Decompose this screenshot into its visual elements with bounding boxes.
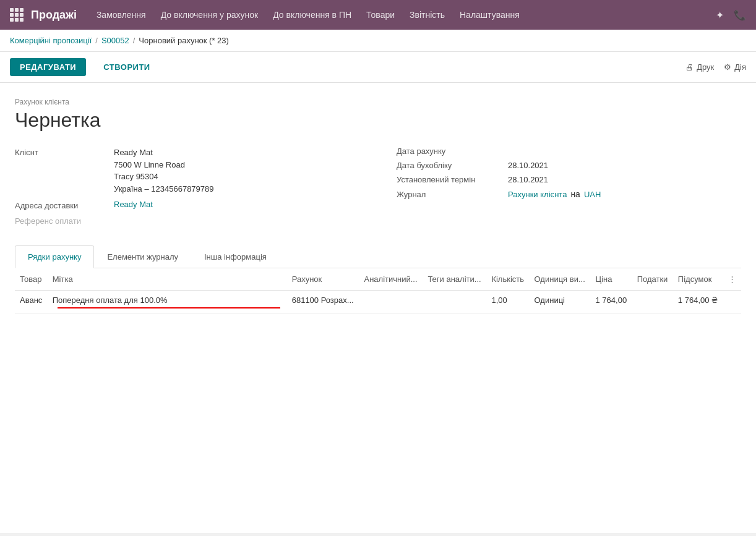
col-taxes: Податки xyxy=(632,268,673,291)
nav-item-orders[interactable]: Замовлення xyxy=(97,7,146,22)
client-address2: Tracy 95304 xyxy=(114,171,214,183)
col-unit: Одиниця ви... xyxy=(530,268,591,291)
fields-left: Клієнт Ready Mat 7500 W Linne Road Tracy… xyxy=(15,147,359,231)
action-bar: РЕДАГУВАТИ СТВОРИТИ 🖨 Друк ⚙ Дія xyxy=(0,52,756,83)
cell-quantity: 1,00 xyxy=(486,291,529,314)
delivery-field: Адреса доставки Ready Mat xyxy=(15,200,359,210)
invoice-table: Товар Мітка Рахунок Аналітичний... Теги … xyxy=(15,268,741,314)
tab-journal[interactable]: Елементи журналу xyxy=(94,245,191,268)
main-content: Рахунок клієнта Чернетка Клієнт Ready Ma… xyxy=(0,83,756,534)
fields-right: Дата рахунку Дата бухобліку 28.10.2021 У… xyxy=(397,147,741,231)
client-field: Клієнт Ready Mat 7500 W Linne Road Tracy… xyxy=(15,147,359,195)
nav-menu: Замовлення До включення у рахунок До вкл… xyxy=(97,7,716,22)
record-label: Рахунок клієнта xyxy=(15,98,741,106)
spacer xyxy=(15,314,741,364)
breadcrumb-sep2: / xyxy=(133,36,135,45)
cell-settings xyxy=(723,291,741,314)
app-title: Продажі xyxy=(31,9,77,22)
due-date-value: 28.10.2021 xyxy=(508,175,548,184)
nav-right-icons: ✦ 📞 xyxy=(716,9,746,21)
cell-total: 1 764,00 ₴ xyxy=(673,291,723,314)
create-button[interactable]: СТВОРИТИ xyxy=(93,58,160,76)
cell-unit: Одиниці xyxy=(530,291,591,314)
cell-account: 681100 Розрах... xyxy=(287,291,359,314)
table-container: Товар Мітка Рахунок Аналітичний... Теги … xyxy=(15,268,741,314)
cell-analytic xyxy=(359,291,423,314)
col-account: Рахунок xyxy=(287,268,359,291)
journal-field: Журнал Рахунки клієнта на UAH xyxy=(397,189,741,199)
due-date-field: Установлений термін 28.10.2021 xyxy=(397,175,741,184)
action-bar-right: 🖨 Друк ⚙ Дія xyxy=(685,62,746,72)
nav-item-products[interactable]: Товари xyxy=(366,7,395,22)
tabs-container: Рядки рахунку Елементи журналу Інша інфо… xyxy=(15,245,741,268)
nav-item-invoice-include[interactable]: До включення у рахунок xyxy=(161,7,259,22)
top-navigation: Продажі Замовлення До включення у рахуно… xyxy=(0,0,756,30)
fields-section: Клієнт Ready Mat 7500 W Linne Road Tracy… xyxy=(15,147,741,231)
action-label: Дія xyxy=(734,62,746,72)
accounting-date-value: 28.10.2021 xyxy=(508,161,548,170)
cell-label: Попередня оплата для 100.0% xyxy=(48,291,287,314)
nav-item-tax-include[interactable]: До включення в ПН xyxy=(273,7,351,22)
activity-icon[interactable]: ✦ xyxy=(716,9,724,21)
col-label: Мітка xyxy=(48,268,287,291)
col-analytic: Аналітичний... xyxy=(359,268,423,291)
red-underline xyxy=(58,307,280,308)
cell-product: Аванс xyxy=(15,291,48,314)
due-date-label: Установлений термін xyxy=(397,175,508,184)
horizontal-scrollbar[interactable]: ◀ ▶ xyxy=(0,534,756,536)
cell-price: 1 764,00 xyxy=(591,291,632,314)
journal-label: Журнал xyxy=(397,190,508,199)
cell-tags xyxy=(423,291,486,314)
tab-other[interactable]: Інша інформація xyxy=(191,245,280,268)
nav-item-reports[interactable]: Звітність xyxy=(410,7,445,22)
tabs: Рядки рахунку Елементи журналу Інша інфо… xyxy=(15,245,741,268)
client-link[interactable]: Ready Mat xyxy=(114,147,214,159)
payment-ref-field: Референс оплати xyxy=(15,215,359,226)
delivery-link[interactable]: Ready Mat xyxy=(114,200,153,209)
journal-currency[interactable]: UAH xyxy=(584,190,601,199)
col-total: Підсумок xyxy=(673,268,723,291)
col-product: Товар xyxy=(15,268,48,291)
gear-icon: ⚙ xyxy=(724,62,731,72)
breadcrumb-current: Чорновий рахунок (* 23) xyxy=(139,36,229,45)
journal-link[interactable]: Рахунки клієнта xyxy=(508,190,567,199)
edit-button[interactable]: РЕДАГУВАТИ xyxy=(10,58,86,76)
client-address3: Україна – 12345667879789 xyxy=(114,183,214,195)
invoice-date-label: Дата рахунку xyxy=(397,147,508,156)
accounting-date-label: Дата бухобліку xyxy=(397,161,508,170)
col-quantity: Кількість xyxy=(486,268,529,291)
delivery-label: Адреса доставки xyxy=(15,200,114,210)
phone-icon[interactable]: 📞 xyxy=(734,9,746,21)
journal-value: Рахунки клієнта на UAH xyxy=(508,189,601,199)
breadcrumb: Комерційні пропозиції / S00052 / Чорнови… xyxy=(0,30,756,52)
print-label: Друк xyxy=(697,62,714,72)
table-row: Аванс Попередня оплата для 100.0% 681100… xyxy=(15,291,741,314)
print-button[interactable]: 🖨 Друк xyxy=(685,62,714,72)
cell-taxes xyxy=(632,291,673,314)
breadcrumb-sep1: / xyxy=(95,36,98,45)
col-settings-icon[interactable]: ⋮ xyxy=(723,268,741,291)
app-menu-icon[interactable] xyxy=(10,8,24,22)
journal-on: на xyxy=(570,189,580,199)
client-address1: 7500 W Linne Road xyxy=(114,159,214,171)
breadcrumb-s00052[interactable]: S00052 xyxy=(101,36,129,45)
invoice-date-field: Дата рахунку xyxy=(397,147,741,156)
breadcrumb-proposals[interactable]: Комерційні пропозиції xyxy=(10,36,92,45)
col-tags: Теги аналіти... xyxy=(423,268,486,291)
client-value: Ready Mat 7500 W Linne Road Tracy 95304 … xyxy=(114,147,214,195)
nav-item-settings[interactable]: Налаштування xyxy=(460,7,520,22)
client-label: Клієнт xyxy=(15,147,114,157)
printer-icon: 🖨 xyxy=(685,62,694,72)
table-header-row: Товар Мітка Рахунок Аналітичний... Теги … xyxy=(15,268,741,291)
tab-rows[interactable]: Рядки рахунку xyxy=(15,245,94,268)
payment-ref-label: Референс оплати xyxy=(15,215,114,226)
record-title: Чернетка xyxy=(15,109,741,132)
accounting-date-field: Дата бухобліку 28.10.2021 xyxy=(397,161,741,170)
action-button[interactable]: ⚙ Дія xyxy=(724,62,746,72)
col-price: Ціна xyxy=(591,268,632,291)
